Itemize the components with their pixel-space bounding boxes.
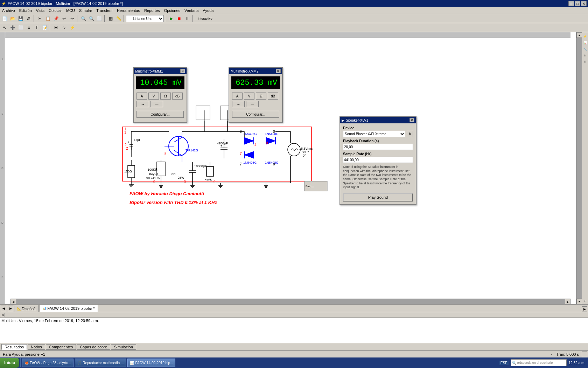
device-select[interactable]: Sound Blaster X-Fi Xtreme [343,131,405,137]
device-browse-button[interactable]: b [407,131,413,137]
sidebar-icon-3[interactable]: 🔧 [582,46,588,52]
speaker-close-button[interactable]: ✕ [410,118,414,122]
svg-text:TIP142G: TIP142G [186,149,198,152]
menu-simular[interactable]: Simular [77,8,94,13]
multimeter-tool[interactable]: M [52,24,60,32]
h-scroll-track[interactable] [16,299,565,304]
right-sidebar: ⚡ 📊 🔧 ⬆ ⬇ › [582,32,588,304]
mm1-configure-button[interactable]: Configurar... [136,111,184,118]
minimize-button[interactable]: – [568,1,574,6]
menu-edicion[interactable]: Edición [17,8,34,13]
mm2-btn-a[interactable]: A [232,93,243,100]
scroll-up-button[interactable]: ▲ [576,32,582,38]
save-button[interactable]: 💾 [17,15,24,22]
log-close-button[interactable]: ✕ [1,313,5,317]
print-button[interactable]: 🖨 [25,15,33,22]
power-probe[interactable]: ⚡ [68,24,76,32]
mm1-btn-a[interactable]: A [136,93,147,100]
bus-tool[interactable]: ≡ [25,24,33,32]
text-tool[interactable]: T [33,24,41,32]
menu-vista[interactable]: Vista [34,8,47,13]
mm1-btn-db[interactable]: dB [172,93,183,100]
menu-reportes[interactable]: Reportes [142,8,162,13]
menu-mcu[interactable]: MCU [64,8,77,13]
scroll-right-button[interactable]: ▶ [565,299,570,304]
oscilloscope-tool[interactable]: ∿ [60,24,68,32]
design-tab-1[interactable]: 📐 Diseño1 [14,305,39,312]
close-button[interactable]: ✕ [581,1,587,6]
mm2-mode-dc[interactable]: — [246,101,259,107]
panel-tab-capas[interactable]: Capas de cobre [77,344,110,350]
play-sound-button[interactable]: Play Sound [343,193,413,202]
pause-button[interactable]: ⏸ [183,15,191,22]
component-list-dropdown[interactable]: --- Lista en Uso --- [126,15,164,22]
tab-left-arrow[interactable]: ◀ [1,306,6,311]
panel-tab-nodos[interactable]: Nodos [28,344,45,350]
panel-tab-componentes[interactable]: Componentes [46,344,76,350]
zoom-in-button[interactable]: 🔍 [79,15,87,22]
playback-input[interactable] [343,144,413,150]
menu-ventana[interactable]: Ventana [182,8,201,13]
sidebar-icon-5[interactable]: ⬇ [582,59,588,64]
redo-button[interactable]: ↪ [68,15,76,22]
interactive-button[interactable]: Interactive [195,15,216,22]
label-d: D [1,221,4,224]
svg-text:8Ω: 8Ω [172,172,176,176]
scroll-left-button[interactable]: ◀ [10,299,16,304]
mm1-mode-ac[interactable]: ~ [136,101,149,107]
taskbar-item-firefox[interactable]: 🦊 FAOW - Page 28 - diyAu... [22,359,74,367]
mm1-btn-ohm[interactable]: Ω [160,93,171,100]
tab-right-arrow[interactable]: ▶ [8,306,13,311]
mm2-close-button[interactable]: ✕ [276,69,281,73]
select-tool[interactable]: ↖ [1,24,8,32]
start-button[interactable]: Inicio [0,358,19,368]
component-tool[interactable]: ⬜ [17,24,24,32]
taskbar-item-media[interactable]: 🎵 Reproductor multimedia ... [75,359,126,367]
search-box[interactable]: 🔍 [511,359,567,366]
mm2-configure-button[interactable]: Configurar... [232,111,279,118]
menu-archivo[interactable]: Archivo [0,8,17,13]
mm2-btn-ohm[interactable]: Ω [256,93,266,100]
mm1-btn-v[interactable]: V [148,93,159,100]
zoom-fit-button[interactable]: ⬜ [96,15,103,22]
menu-colocar[interactable]: Colocar [47,8,64,13]
zoom-out-button[interactable]: 🔍 [88,15,95,22]
stop-button[interactable]: ⏹ [175,15,183,22]
design-tab-2[interactable]: 📊 FAOW 14-02-2019 bipolar * [40,305,98,312]
menu-opciones[interactable]: Opciones [162,8,182,13]
mm2-btn-db[interactable]: dB [268,93,278,100]
wire-tool[interactable]: ➕ [9,24,16,32]
maximize-button[interactable]: □ [575,1,580,6]
note-tool[interactable]: 📝 [41,24,49,32]
open-button[interactable]: 📂 [9,15,16,22]
v-scroll-track[interactable] [576,38,582,299]
mm2-mode-ac[interactable]: ~ [232,101,245,107]
sidebar-icon-2[interactable]: 📊 [582,40,588,46]
panel-tab-simulacion[interactable]: Simulación [111,344,136,350]
panel-tab-resultados[interactable]: Resultados [1,344,27,350]
sidebar-icon-arrow[interactable]: › [582,298,588,304]
paste-button[interactable]: 📌 [52,15,60,22]
sample-input[interactable] [343,157,413,163]
ruler-button[interactable]: 📏 [115,15,122,22]
ime-indicator: ESP [499,361,509,365]
run-button[interactable]: ▶ [167,15,175,22]
mm1-close-button[interactable]: ✕ [180,69,185,73]
sidebar-icon-1[interactable]: ⚡ [582,34,588,39]
sidebar-icon-4[interactable]: ⬆ [582,53,588,58]
mm1-display: 10.045 mV [136,76,184,89]
undo-button[interactable]: ↩ [60,15,68,22]
mm1-mode-dc[interactable]: — [150,101,163,107]
taskbar-item-multisim[interactable]: 📊 FAOW 14-02-2019 bip... [127,359,175,367]
cut-button[interactable]: ✂ [36,15,44,22]
menu-transferir[interactable]: Transferir [94,8,115,13]
search-input[interactable] [517,361,559,364]
new-button[interactable]: 📄 [1,15,8,22]
menu-herramientas[interactable]: Herramientas [115,8,142,13]
tab-end-arrow[interactable]: ▶ [582,306,587,312]
mm2-btn-v[interactable]: V [244,93,254,100]
menu-ayuda[interactable]: Ayuda [201,8,216,13]
scroll-down-button[interactable]: ▼ [576,299,582,304]
grid-button[interactable]: ▦ [107,15,114,22]
copy-button[interactable]: 📋 [44,15,52,22]
